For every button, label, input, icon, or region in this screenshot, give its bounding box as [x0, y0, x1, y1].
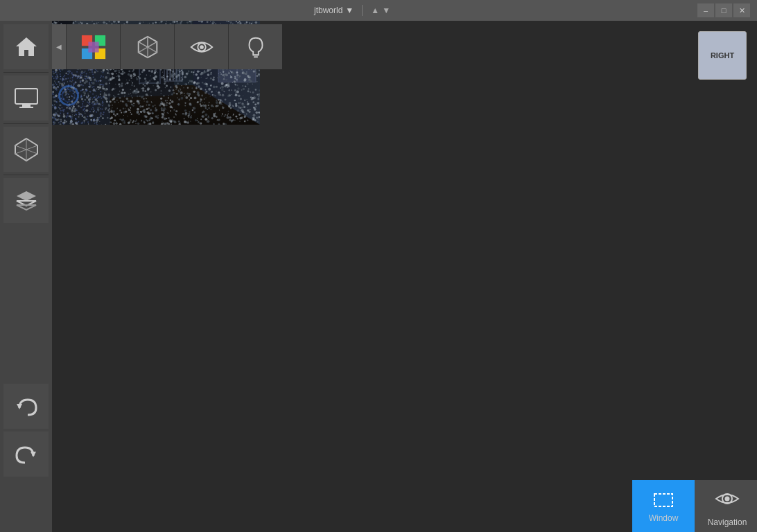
window-icon [653, 490, 674, 511]
cube-render-icon [134, 34, 161, 60]
logo-dropdown-icon[interactable]: ▼ [382, 6, 390, 15]
window-button[interactable]: Window [632, 480, 695, 532]
navigation-cube[interactable]: RIGHT [698, 31, 747, 80]
undo-button[interactable] [3, 384, 49, 429]
titlebar-controls: – □ ✕ [697, 3, 750, 17]
titlebar-user: jtbworld ▼ ▲ ▼ [314, 5, 390, 16]
sidebar-divider-1 [3, 72, 49, 73]
render-button[interactable] [120, 24, 174, 69]
navigation-panel-label: Navigation [708, 517, 747, 527]
window-label: Window [649, 513, 679, 523]
svg-marker-11 [31, 452, 36, 457]
sidebar [0, 21, 52, 532]
maximize-button[interactable]: □ [715, 3, 732, 17]
navigation-panel-button[interactable] [713, 485, 741, 515]
colors-icon [80, 34, 107, 60]
svg-marker-10 [17, 404, 22, 409]
svg-rect-1 [22, 104, 31, 107]
svg-point-35 [725, 497, 730, 502]
user-dropdown-icon[interactable]: ▼ [345, 6, 354, 15]
eye-icon [189, 34, 215, 60]
bottom-nav-panel: Navigation [697, 480, 757, 532]
svg-rect-2 [19, 107, 33, 108]
svg-rect-28 [654, 494, 672, 506]
svg-line-22 [138, 42, 147, 47]
bottom-toolbar: Window Distance [52, 480, 757, 532]
nav-cube-label: RIGHT [711, 51, 734, 60]
viewport[interactable] [52, 21, 757, 532]
home-icon [14, 35, 39, 60]
svg-point-25 [200, 45, 204, 49]
undo-icon [14, 394, 39, 419]
username-label: jtbworld [314, 6, 342, 15]
layers-icon [14, 188, 39, 213]
monitor-icon [14, 86, 39, 111]
display-button[interactable] [3, 76, 49, 121]
expand-arrow-icon: ◀ [56, 43, 62, 51]
svg-marker-7 [17, 191, 36, 201]
nav-cube-face[interactable]: RIGHT [698, 31, 747, 80]
toolbar-row: ◀ [52, 21, 282, 73]
navigation-eye-icon [713, 485, 741, 513]
redo-icon [14, 442, 39, 467]
toolbar-expand-button[interactable]: ◀ [52, 24, 66, 69]
layers-button[interactable] [3, 178, 49, 223]
colors-button[interactable] [66, 24, 120, 69]
object-button[interactable] [3, 127, 49, 172]
svg-rect-16 [88, 42, 98, 52]
close-button[interactable]: ✕ [733, 3, 750, 17]
light-icon [243, 34, 269, 60]
object-icon [14, 137, 39, 162]
sidebar-divider-2 [3, 123, 49, 124]
logo-icon: ▲ [371, 6, 379, 15]
visibility-button[interactable] [174, 24, 228, 69]
redo-button[interactable] [3, 432, 49, 477]
svg-rect-0 [15, 89, 37, 104]
titlebar: jtbworld ▼ ▲ ▼ – □ ✕ [0, 0, 757, 21]
minimize-button[interactable]: – [697, 3, 714, 17]
light-button[interactable] [228, 24, 282, 69]
svg-line-21 [148, 42, 157, 47]
home-button[interactable] [3, 24, 49, 69]
sidebar-divider-3 [3, 175, 49, 175]
